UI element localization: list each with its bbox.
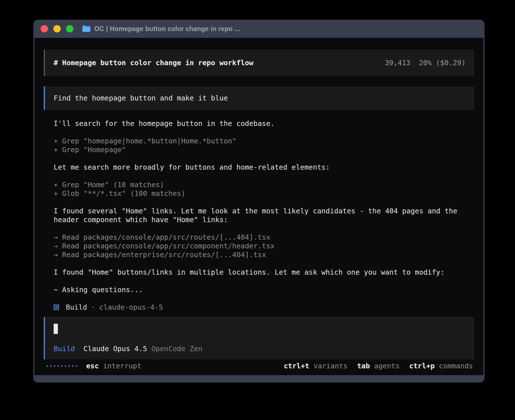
input-provider-label: OpenCode Zen [151, 344, 202, 353]
spinner-dot [65, 365, 66, 367]
meta-gap [147, 344, 151, 353]
spinner-dot [72, 365, 73, 367]
input-agent-label[interactable]: Build [54, 344, 75, 353]
user-message: Find the homepage button and make it blu… [44, 86, 474, 110]
transcript-line: ∗ Glob "**/*.tsx" (100 matches) [54, 189, 472, 198]
agent-status-row: Build · claude-opus-4-5 [54, 303, 163, 312]
keyboard-hint: ctrl+pcommands [409, 362, 473, 370]
user-message-text: Find the homepage button and make it blu… [54, 94, 228, 102]
status-bar: esc interrupt ctrl+tvariantstabagentsctr… [44, 362, 474, 370]
transcript-line [54, 172, 472, 180]
transcript-line [54, 259, 472, 268]
keyboard-hint: ctrl+tvariants [284, 362, 348, 370]
prompt-input[interactable]: Build Claude Opus 4.5 OpenCode Zen [44, 317, 474, 359]
spinner-dot [69, 365, 70, 367]
window-title: OC | Homepage button color change in rep… [94, 25, 240, 33]
traffic-lights [41, 25, 73, 32]
hint-key: ctrl+t [284, 362, 309, 370]
input-meta: Build Claude Opus 4.5 OpenCode Zen [54, 344, 466, 353]
transcript: I'll search for the homepage button in t… [54, 119, 472, 294]
agent-name: Build [66, 303, 87, 312]
transcript-line: I'll search for the homepage button in t… [54, 119, 472, 128]
busy-spinner-dots [47, 365, 77, 367]
transcript-line: Let me search more broadly for buttons a… [54, 163, 472, 172]
spinner-dot [47, 365, 48, 367]
text-cursor [54, 324, 58, 334]
title-group: OC | Homepage button color change in rep… [82, 25, 240, 33]
input-model-label[interactable]: Claude Opus 4.5 [83, 344, 147, 353]
transcript-line: → Read packages/console/app/src/routes/[… [54, 233, 472, 242]
transcript-line: I found "Home" buttons/links in multiple… [54, 268, 472, 277]
transcript-line: ∗ Grep "Homepage" [54, 145, 472, 154]
agent-model: claude-opus-4-5 [99, 303, 163, 312]
transcript-line: → Read packages/enterprise/src/routes/[.… [54, 250, 472, 259]
transcript-line: header component which have "Home" links… [54, 215, 472, 224]
hint-key: tab [357, 362, 370, 370]
folder-icon [82, 25, 91, 32]
zoom-button[interactable] [66, 25, 73, 32]
esc-action-label: interrupt [103, 362, 141, 370]
keyboard-hint: tabagents [357, 362, 400, 370]
session-title: # Homepage button color change in repo w… [54, 58, 253, 67]
keyboard-hints: ctrl+tvariantstabagentsctrl+pcommands [284, 362, 473, 370]
title-bar[interactable]: OC | Homepage button color change in rep… [33, 20, 485, 38]
transcript-line: ∗ Grep "homepage|home.*button|Home.*butt… [54, 137, 472, 145]
spinner-dot [54, 365, 55, 367]
terminal-content: # Homepage button color change in repo w… [34, 38, 483, 375]
spinner-dot [61, 365, 62, 367]
session-header: # Homepage button color change in repo w… [44, 50, 474, 76]
transcript-line [54, 198, 472, 207]
meta-gap [75, 344, 83, 353]
transcript-line: → Read packages/console/app/src/componen… [54, 242, 472, 250]
spinner-dot [76, 365, 77, 367]
minimize-button[interactable] [53, 25, 61, 32]
transcript-line: ∗ Grep "Home" (18 matches) [54, 180, 472, 189]
hint-key: ctrl+p [409, 362, 435, 370]
agent-icon [54, 305, 59, 310]
close-button[interactable] [41, 25, 48, 32]
transcript-line: I found several "Home" links. Let me loo… [54, 207, 472, 215]
esc-key-hint: esc [86, 362, 99, 370]
spinner-dot [50, 365, 51, 367]
transcript-line: ~ Asking questions... [54, 285, 472, 294]
agent-separator: · [91, 303, 95, 312]
hint-label: variants [313, 362, 347, 370]
hint-label: commands [439, 362, 473, 370]
hint-label: agents [374, 362, 400, 370]
terminal-window: OC | Homepage button color change in rep… [33, 20, 485, 382]
transcript-line [54, 128, 472, 137]
transcript-line [54, 224, 472, 233]
transcript-line [54, 154, 472, 163]
transcript-line [54, 277, 472, 285]
spinner-dot [58, 365, 59, 367]
token-usage: 39,413 20% ($0.29) [385, 58, 466, 67]
